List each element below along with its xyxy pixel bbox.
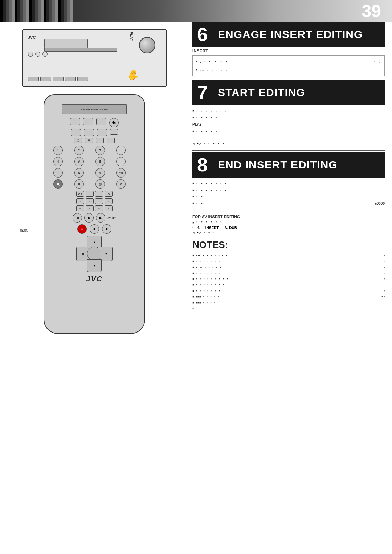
remote-num-circ1	[116, 146, 126, 155]
remote-num-8: 8	[74, 168, 84, 178]
for-av-line-1: ▪ ▪ ▪ ▪ ▪ ▪ ▪	[192, 220, 385, 225]
step-6-number: 6	[192, 22, 212, 47]
header-stripes	[0, 0, 73, 22]
sec6-line-2: ▪ ▪ ▪▪ ▪ ▪ ▪ ▪ ▪	[196, 67, 381, 73]
sec7-line-1: ▪ ▪ ▪ ▪ ▪ ▪ ▪ ▪	[192, 108, 385, 114]
notes-section: NOTES: ▪ ▪ ▪▪ ▪ ▪ ▪ ▪ ▪ ▪ ▪ ▪ ▪ ▪ ▪ ▪ ▪ …	[192, 239, 385, 312]
remote-num-p: ⊕	[116, 179, 126, 189]
remote-minus-4: –	[105, 205, 113, 211]
page-number: 39	[362, 1, 381, 21]
remote-play-small: ▶	[84, 213, 94, 223]
remote-extra-row: ⊕? ⊕	[50, 191, 139, 197]
vcr-buttons-bottom	[28, 77, 88, 81]
vcr-btn-3	[42, 52, 48, 57]
remote-fwd: ▶	[96, 213, 105, 223]
section-7-header: 7 START EDITING	[192, 80, 385, 105]
remote-minus-row: – – – –	[50, 205, 139, 211]
remote-num-5: 5°	[74, 157, 84, 166]
remote-rew: ⏮	[73, 213, 82, 223]
remote-brand: JVC	[50, 275, 139, 283]
remote-btn-icon3	[96, 138, 104, 143]
note-line-3: ▪ ▪ ▪▪ ▪ ▪ ▪ ▪ ▪ ▪	[192, 265, 385, 270]
remote-btn-t4	[71, 129, 81, 136]
remote-btn-sm1	[110, 129, 118, 135]
vcr-transport-btn-5	[77, 77, 88, 81]
section-7-content: ▪ ▪ ▪ ▪ ▪ ▪ ▪ ▪ ▪ ▪ ▪ ▪ ▪ ▪ PLAY ▪ ▪ ▪ ▪…	[192, 106, 385, 137]
sec7-line-3: ▪ ▪ ▪ ▪ ▪ ▪	[192, 129, 385, 134]
remote-num-0: 0	[74, 179, 84, 189]
sec7-play-line: ○ ▪▷ ▪ ▪ ▪ ▪ ▪	[192, 142, 385, 147]
remote-num-circ2	[116, 157, 126, 166]
step-7-number: 7	[192, 80, 212, 105]
remote-stop-row: ● ■ ⏸	[50, 224, 139, 234]
remote-display-text: 88888888888 SP EP	[81, 108, 108, 111]
section-6-title: ENGAGE INSERT EDITING	[212, 22, 385, 47]
remote-minus-1: –	[76, 205, 84, 211]
note-line-9: ▪ ▪▪▪ ▪ ▪ ▪ ▪	[192, 300, 385, 305]
vcr-slot	[44, 48, 117, 52]
sec7-bottom-line: ○ ▪▷ ▪ ▪ ▪ ▪ ▪	[192, 140, 385, 148]
sec8-line-4: ▪ ▪ ▪ ■0000	[192, 200, 385, 207]
remote-btn-t2	[83, 118, 93, 125]
vcr-transport-btn-2	[40, 77, 51, 81]
remote-minus-3: –	[95, 205, 103, 211]
vcr-front: JVC	[23, 30, 166, 86]
remote-inner: 88888888888 SP EP ⏻/I ··· ① ⚙	[44, 95, 144, 333]
remote-btn-e2	[86, 191, 94, 197]
remote-num-3: 3	[95, 146, 105, 155]
divider-1	[192, 78, 385, 78]
remote-plus-2: +	[86, 198, 94, 204]
section-6-header: 6 ENGAGE INSERT EDITING	[192, 22, 385, 47]
remote-dpad: ▲ ⏮ ⏭ ▼	[76, 236, 113, 272]
divider-3	[192, 150, 385, 151]
vcr-transport-btn-1	[28, 77, 39, 81]
remote-btn-icon4	[107, 138, 115, 143]
for-av-line-2: ▪ 6 INSERT A. DUB	[192, 226, 385, 230]
section-6-block: 6 ENGAGE INSERT EDITING INSERT ▪ ▪ ▪ ▪ ▪…	[192, 22, 385, 76]
remote-btn-icon2: ⚙	[85, 138, 93, 143]
dpad-down: ▼	[87, 259, 102, 272]
remote-transport: ⏮ ▶ ▶ PLAY	[50, 213, 139, 223]
note-line-8: ▪ ▪▪▪ ▪ ▪ ▪ ▪ ▪ ▪ ▪	[192, 294, 385, 300]
remote-device: 88888888888 SP EP ⏻/I ··· ① ⚙	[44, 94, 145, 334]
dpad-right: ⏭	[100, 247, 113, 261]
vcr-transport-btn-4	[65, 77, 76, 81]
play-annotation: PLAY	[130, 32, 134, 41]
remote-num-7: 7	[53, 168, 63, 178]
vcr-transport-btn-3	[53, 77, 64, 81]
note-line-6: ▪ ▪ ▪ ▪ ▪ ▪ ▪ ▪ ▪	[192, 282, 385, 288]
sec8-line-2: ▪ ▪ ▪ ▪ ▪ ▪ ▪ ▪	[192, 187, 385, 193]
remote-btn-power: ⏻/I	[109, 118, 119, 127]
note-line-2: ▪ ▪ ▪ ▪ ▪ ▪ ▪ ▪ ▪	[192, 258, 385, 264]
remote-num-2: 2	[74, 146, 84, 155]
note-line-1: ▪ ▪ ▪▪ ▪ ▪ ▪ ▪ ▪ ▪ ▪ ▪	[192, 253, 385, 258]
remote-num-1: 1	[53, 146, 63, 155]
remote-record: ●	[77, 224, 87, 234]
remote-num-4: 4	[53, 157, 63, 166]
notes-title: NOTES:	[192, 239, 385, 250]
remote-minus-2: –	[86, 205, 94, 211]
vcr-brand: JVC	[28, 35, 36, 40]
remote-display: 88888888888 SP EP	[62, 104, 127, 114]
sec7-play-label: PLAY	[192, 121, 385, 128]
for-av-line-3: ○ ▪▷ ▪ ▪▪ ▪	[192, 231, 385, 236]
remote-btn-t1	[70, 118, 80, 125]
remote-num-ch: ≡▤	[116, 168, 126, 178]
remote-num-9: 9	[95, 168, 105, 178]
remote-plus-3: +	[95, 198, 103, 204]
section-6-content: ▪ ▪ ▪ ▪ ▪ ▪ ▪ ○ ▷ ▪ ▪ ▪▪ ▪ ▪ ▪ ▪ ▪	[192, 55, 385, 76]
section-8-header: 8 END INSERT EDITING	[192, 152, 385, 178]
remote-icon-row: ① ⚙	[50, 138, 139, 143]
remote-num-6: 6	[95, 157, 105, 166]
vcr-display	[44, 39, 88, 48]
notes-content: ▪ ▪ ▪▪ ▪ ▪ ▪ ▪ ▪ ▪ ▪ ▪ ▪ ▪ ▪ ▪ ▪ ▪ ▪ ▪ ▪…	[192, 253, 385, 312]
section-8-block: 8 END INSERT EDITING ▪ ▪ ▪ ▪ ▪ ▪ ▪ ▪ ▪ ▪…	[192, 152, 385, 209]
section-7-block: 7 START EDITING ▪ ▪ ▪ ▪ ▪ ▪ ▪ ▪ ▪ ▪ ▪ ▪ …	[192, 80, 385, 149]
for-av-title: FOR AV INSERT EDITING	[192, 215, 385, 219]
section-6-subtitle: INSERT	[192, 48, 385, 54]
section-8-title: END INSERT EDITING	[212, 152, 385, 178]
remote-num-m: ⓜ	[95, 179, 105, 189]
remote-btn-e4: ⊕	[105, 191, 113, 197]
dpad-center	[87, 247, 102, 261]
remote-numpad: 1 2 3 4 5° 6 7 8 9 ≡▤ ✕ 0 ⓜ ⊕	[53, 146, 135, 189]
